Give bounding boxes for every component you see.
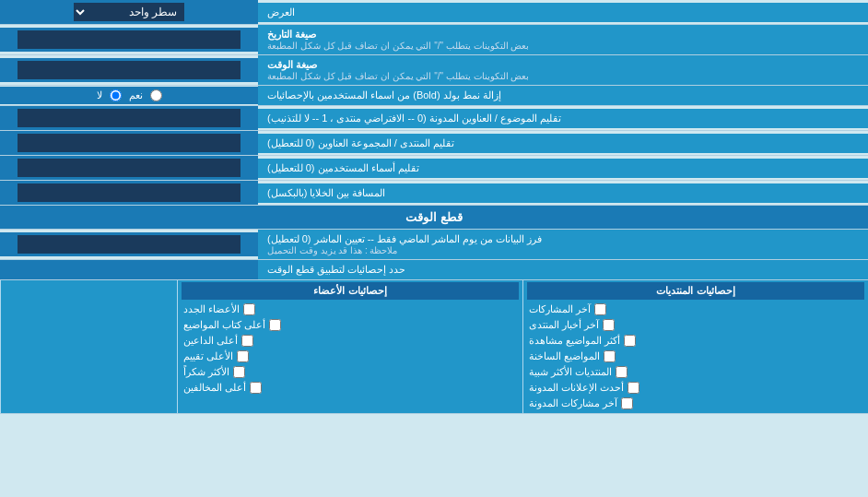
cutoff-days-input[interactable]: 0 (18, 235, 240, 254)
check-label-new-members: الأعضاء الجدد (183, 303, 240, 315)
check-item-hot: المواضيع الساخنة (527, 349, 864, 364)
bold-no-label: لا (97, 89, 102, 101)
time-format-label: صيغة الوقت بعض التكوينات يتطلب "/" التي … (258, 55, 868, 85)
check-item-top-violators: أعلى المخالفين (182, 380, 519, 396)
check-label-posts: آخر المشاركات (529, 303, 591, 315)
forum-order-input[interactable]: 33 (18, 134, 240, 152)
forum-order-row: تقليم المنتدى / المجموعة العناوين (0 للت… (0, 131, 868, 156)
check-label-top-inviters: أعلى الداعين (183, 335, 238, 347)
bold-remove-row: إزالة نمط بولد (Bold) من اسماء المستخدمي… (0, 86, 868, 106)
check-item-most-thanked: الأكثر شكراً (182, 364, 519, 380)
bold-yes-label: نعم (129, 89, 143, 101)
checkboxes-col2: إحصائيات الأعضاء الأعضاء الجدد أعلى كتاب… (177, 280, 522, 413)
check-item-new-members: الأعضاء الجدد (182, 302, 519, 317)
check-most-thanked[interactable] (233, 366, 245, 378)
check-item-top-writers: أعلى كتاب المواضيع (182, 317, 519, 333)
check-top-writers[interactable] (269, 319, 281, 331)
check-top-rated[interactable] (237, 350, 249, 362)
check-top-inviters[interactable] (241, 335, 253, 347)
check-label-hot: المواضيع الساخنة (529, 350, 600, 362)
check-item-viewed: أكثر المواضيع مشاهدة (527, 333, 864, 349)
bold-yes-radio[interactable] (150, 89, 162, 101)
usernames-trim-label: تقليم أسماء المستخدمين (0 للتعطيل) (258, 159, 868, 178)
check-label-viewed: أكثر المواضيع مشاهدة (529, 335, 620, 347)
check-news[interactable] (603, 319, 615, 331)
check-label-similar: المنتديات الأكثر شبية (529, 366, 612, 378)
check-new-members[interactable] (243, 303, 255, 315)
check-item-blog: آخر مشاركات المدونة (527, 396, 864, 411)
checkboxes-area: إحصائيات المنتديات آخر المشاركات آخر أخب… (0, 280, 868, 414)
usernames-trim-row: تقليم أسماء المستخدمين (0 للتعطيل) 0 (0, 156, 868, 181)
check-item-top-rated: الأعلى تقييم (182, 349, 519, 364)
topics-order-label: تقليم الموضوع / العناوين المدونة (0 -- ا… (258, 109, 868, 128)
stats-apply-row: حدد إحصائيات لتطبيق قطع الوقت (0, 260, 868, 280)
row-select-wrapper: سطر واحد سطرين ثلاثة أسطر (0, 0, 258, 24)
date-format-label: صيغة التاريخ بعض التكوينات يتطلب "/" الت… (258, 25, 868, 54)
time-format-row: صيغة الوقت بعض التكوينات يتطلب "/" التي … (0, 55, 868, 86)
check-item-news: آخر أخبار المنتدى (527, 317, 864, 333)
topics-order-input-wrapper: 33 (0, 106, 258, 130)
check-item-similar: المنتديات الأكثر شبية (527, 364, 864, 380)
check-posts[interactable] (594, 303, 606, 315)
checkboxes-col3 (0, 280, 177, 413)
cutoff-days-row: فرز البيانات من يوم الماشر الماضي فقط --… (0, 230, 868, 260)
check-item-posts: آخر المشاركات (527, 302, 864, 317)
check-label-news: آخر أخبار المنتدى (529, 319, 599, 331)
check-hot[interactable] (604, 350, 616, 362)
checkboxes-col2-title: إحصائيات الأعضاء (182, 282, 519, 300)
cutoff-days-input-wrapper: 0 (0, 232, 258, 256)
display-row: العرض سطر واحد سطرين ثلاثة أسطر (0, 0, 868, 25)
display-label: العرض (258, 3, 868, 22)
check-top-violators[interactable] (250, 382, 262, 394)
date-format-input[interactable]: d-m (18, 30, 240, 49)
check-blog[interactable] (621, 397, 633, 409)
usernames-trim-input-wrapper: 0 (0, 156, 258, 180)
cell-gap-label: المسافة بين الخلايا (بالبكسل) (258, 183, 868, 203)
check-label-top-rated: الأعلى تقييم (183, 350, 233, 362)
cutoff-section-header-row: قطع الوقت (0, 206, 868, 230)
cutoff-days-label: فرز البيانات من يوم الماشر الماضي فقط --… (258, 230, 868, 259)
check-label-top-violators: أعلى المخالفين (183, 382, 246, 394)
cell-gap-input[interactable]: 2 (18, 183, 240, 202)
bold-no-radio[interactable] (110, 89, 122, 101)
time-format-input-wrapper: H:i (0, 58, 258, 82)
topics-order-input[interactable]: 33 (18, 109, 240, 127)
date-format-input-wrapper: d-m (0, 28, 258, 52)
check-label-most-thanked: الأكثر شكراً (183, 366, 229, 378)
topics-order-row: تقليم الموضوع / العناوين المدونة (0 -- ا… (0, 106, 868, 131)
row-select[interactable]: سطر واحد سطرين ثلاثة أسطر (74, 3, 184, 21)
date-format-row: صيغة التاريخ بعض التكوينات يتطلب "/" الت… (0, 25, 868, 55)
check-label-announcements: أحدث الإعلانات المدونة (529, 382, 624, 394)
forum-order-label: تقليم المنتدى / المجموعة العناوين (0 للت… (258, 134, 868, 153)
check-viewed[interactable] (624, 335, 636, 347)
check-announcements[interactable] (628, 382, 639, 394)
check-item-announcements: أحدث الإعلانات المدونة (527, 380, 864, 396)
check-similar[interactable] (616, 366, 628, 378)
checkboxes-col1-title: إحصائيات المنتديات (527, 282, 864, 300)
checkboxes-col1: إحصائيات المنتديات آخر المشاركات آخر أخب… (522, 280, 868, 413)
cell-gap-row: المسافة بين الخلايا (بالبكسل) 2 (0, 181, 868, 206)
check-label-top-writers: أعلى كتاب المواضيع (183, 319, 265, 331)
check-label-blog: آخر مشاركات المدونة (529, 397, 617, 409)
forum-order-input-wrapper: 33 (0, 131, 258, 155)
bold-remove-options: نعم لا (0, 87, 258, 104)
time-format-input[interactable]: H:i (18, 61, 240, 79)
cutoff-section-header: قطع الوقت (0, 206, 868, 229)
check-item-top-inviters: أعلى الداعين (182, 333, 519, 349)
stats-apply-label: حدد إحصائيات لتطبيق قطع الوقت (258, 260, 868, 279)
bold-remove-label: إزالة نمط بولد (Bold) من اسماء المستخدمي… (258, 86, 868, 105)
stats-apply-space (0, 260, 258, 279)
cell-gap-input-wrapper: 2 (0, 181, 258, 205)
usernames-trim-input[interactable]: 0 (18, 159, 240, 177)
